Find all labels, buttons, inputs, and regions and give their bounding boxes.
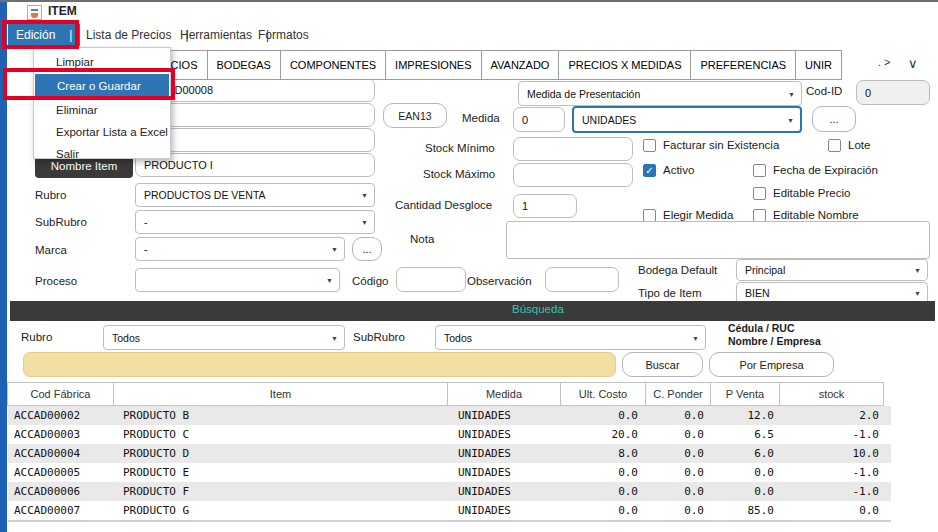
cell-medida: UNIDADES (450, 501, 564, 520)
stock-minimo-label: Stock Mínimo (425, 142, 495, 154)
cell-medida: UNIDADES (450, 482, 564, 501)
medida-qty-field[interactable]: 0 (513, 107, 565, 132)
tab-unir[interactable]: UNIR (795, 50, 842, 80)
proceso-label: Proceso (35, 275, 77, 287)
codigo-field[interactable] (396, 267, 466, 292)
cell-p-venta: 6.5 (716, 425, 786, 444)
column-header-p-venta[interactable]: P Venta (710, 382, 780, 406)
table-row[interactable]: ACCAD00007 PRODUCTO G UNIDADES 0.0 0.0 8… (8, 501, 891, 520)
cell-stock: -1.0 (786, 463, 891, 482)
tab-componentes[interactable]: COMPONENTES (280, 50, 386, 80)
nombre-item-field[interactable]: PRODUCTO I (135, 153, 375, 177)
chevron-down-icon[interactable]: ∨ (908, 56, 918, 71)
lote-checkbox[interactable] (828, 139, 841, 152)
app-icon-detail (31, 13, 38, 18)
table-row[interactable]: ACCAD00004 PRODUCTO D UNIDADES 8.0 0.0 6… (8, 444, 891, 463)
cell-c-ponder: 0.0 (650, 482, 716, 501)
por-empresa-button[interactable]: Por Empresa (709, 352, 834, 377)
cell-medida: UNIDADES (450, 425, 564, 444)
column-header-stock[interactable]: stock (779, 382, 884, 406)
tab-avanzado[interactable]: AVANZADO (481, 50, 560, 80)
tab-overflow-icon[interactable]: . > (878, 56, 891, 68)
medida-presentacion-select[interactable]: Medida de Presentación ▼ (518, 81, 802, 106)
table-row[interactable]: ACCAD00006 PRODUCTO F UNIDADES 0.0 0.0 0… (8, 482, 891, 501)
table-row[interactable]: ACCAD00002 PRODUCTO B UNIDADES 0.0 0.0 1… (8, 406, 891, 425)
cell-c-ponder: 0.0 (650, 444, 716, 463)
marca-select[interactable]: - ▼ (135, 237, 345, 261)
stock-minimo-field[interactable] (513, 137, 633, 161)
menu-formatos[interactable]: Formatos (258, 24, 309, 46)
activo-label: Activo (663, 164, 694, 176)
bodega-default-value: Principal (745, 264, 785, 276)
cantidad-desgloce-label: Cantidad Desgloce (395, 199, 492, 211)
nombre-empresa-label: Nombre / Empresa (728, 335, 821, 347)
cell-p-venta: 6.0 (716, 444, 786, 463)
search-input[interactable] (23, 352, 616, 377)
menu-lista-de-precios[interactable]: Lista de Precios | (86, 24, 189, 46)
busqueda-subrubro-select[interactable]: Todos ▼ (435, 325, 706, 350)
ean13-button[interactable]: EAN13 (383, 103, 447, 128)
marca-browse-button[interactable]: ... (352, 237, 382, 261)
medida-browse-button[interactable]: ... (812, 106, 856, 132)
menu-herramientas[interactable]: Herramientas | (180, 24, 269, 46)
dropdown-arrow-icon: ▼ (331, 334, 338, 341)
dropdown-arrow-icon: ▼ (787, 116, 794, 123)
tab-precios-x-medidas[interactable]: PRECIOS X MEDIDAS (558, 50, 691, 80)
dropdown-arrow-icon: ▼ (361, 219, 368, 226)
menu-item-salir[interactable]: Salir (34, 143, 170, 165)
ean13-field[interactable] (135, 128, 375, 152)
proceso-select[interactable]: ▼ (135, 268, 340, 292)
marca-value: - (144, 243, 148, 255)
column-header-ult-costo[interactable]: Ult. Costo (560, 382, 646, 406)
cell-medida: UNIDADES (450, 463, 564, 482)
elegir-medida-label: Elegir Medida (663, 209, 733, 221)
cell-item: PRODUCTO G (115, 501, 450, 520)
subrubro-select[interactable]: - ▼ (135, 210, 375, 234)
cell-cod-fabrica: ACCAD00004 (8, 444, 115, 463)
table-header-row: Cod Fábrica Item Medida Ult. Costo C. Po… (8, 383, 891, 406)
tab-bodegas[interactable]: BODEGAS (207, 50, 281, 80)
column-header-cod-fabrica[interactable]: Cod Fábrica (7, 382, 114, 406)
fecha-expiracion-checkbox[interactable] (753, 164, 766, 177)
marca-label: Marca (35, 244, 67, 256)
stock-maximo-label: Stock Máximo (423, 168, 495, 180)
tab-impresiones[interactable]: IMPRESIONES (385, 50, 481, 80)
busqueda-rubro-label: Rubro (21, 331, 52, 343)
table-row[interactable]: ACCAD00003 PRODUCTO C UNIDADES 20.0 0.0 … (8, 425, 891, 444)
dropdown-arrow-icon: ▼ (692, 334, 699, 341)
stock-maximo-field[interactable] (513, 163, 633, 187)
cell-p-venta: 12.0 (716, 406, 786, 425)
activo-checkbox[interactable]: ✓ (643, 164, 656, 177)
editable-precio-checkbox[interactable] (753, 187, 766, 200)
cell-stock: 2.0 (786, 406, 891, 425)
annotation-box-crear-o-guardar (3, 68, 175, 100)
window-title: ITEM (48, 4, 77, 18)
cell-cod-fabrica: ACCAD00006 (8, 482, 115, 501)
cell-item: PRODUCTO C (115, 425, 450, 444)
tab-preferencias[interactable]: PREFERENCIAS (690, 50, 796, 80)
medida-presentacion-value: Medida de Presentación (527, 88, 640, 100)
menu-item-eliminar[interactable]: Eliminar (34, 99, 170, 121)
column-header-medida[interactable]: Medida (447, 382, 561, 406)
rubro-select[interactable]: PRODUCTOS DE VENTA ▼ (135, 183, 375, 207)
cell-c-ponder: 0.0 (650, 501, 716, 520)
subrubro-label: SubRubro (35, 216, 87, 228)
codigo-alterno-field[interactable] (135, 103, 375, 127)
editable-precio-label: Editable Precio (773, 187, 850, 199)
cell-cod-fabrica: ACCAD00002 (8, 406, 115, 425)
nota-textarea[interactable] (506, 221, 930, 259)
editable-nombre-label: Editable Nombre (773, 209, 859, 221)
table-row[interactable]: ACCAD00005 PRODUCTO E UNIDADES 0.0 0.0 0… (8, 463, 891, 482)
menu-item-exportar-lista-a-excel[interactable]: Exportar Lista a Excel (34, 121, 170, 143)
buscar-button[interactable]: Buscar (622, 352, 703, 377)
bodega-default-select[interactable]: Principal ▼ (736, 259, 928, 281)
cantidad-desgloce-field[interactable]: 1 (513, 194, 577, 218)
codigo-label: Código (352, 275, 388, 287)
column-header-c-ponder[interactable]: C. Ponder (645, 382, 711, 406)
observacion-field[interactable] (545, 267, 619, 292)
busqueda-rubro-select[interactable]: Todos ▼ (103, 325, 345, 350)
column-header-item[interactable]: Item (113, 382, 448, 406)
medida-unidad-select[interactable]: UNIDADES ▼ (572, 106, 802, 133)
facturar-sin-existencia-checkbox[interactable] (643, 139, 656, 152)
busqueda-header-bar (10, 301, 935, 321)
